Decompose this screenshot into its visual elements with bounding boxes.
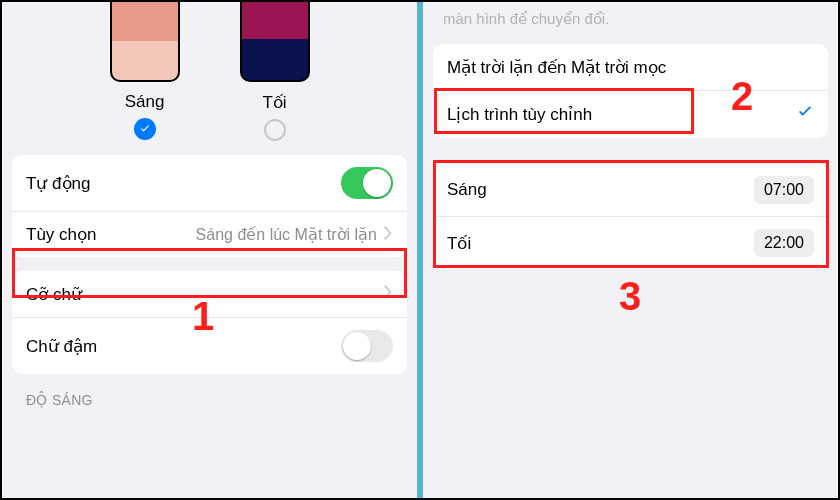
schedule-group: Mặt trời lặn đến Mặt trời mọc Lịch trình…	[433, 44, 828, 138]
bold-text-label: Chữ đậm	[26, 336, 97, 357]
dark-label: Tối	[262, 92, 286, 113]
light-phone-preview: 05:41	[110, 2, 180, 82]
light-time-row[interactable]: Sáng 07:00	[433, 164, 828, 216]
sunset-label: Mặt trời lặn đến Mặt trời mọc	[447, 57, 666, 78]
custom-schedule-label: Lịch trình tùy chỉnh	[447, 104, 592, 125]
automatic-row: Tự động	[12, 155, 407, 211]
dark-phone-preview: 05:41	[240, 2, 310, 82]
options-row[interactable]: Tùy chọn Sáng đến lúc Mặt trời lặn	[12, 211, 407, 257]
light-radio-selected[interactable]	[134, 118, 156, 140]
light-preview-column[interactable]: 05:41 Sáng	[110, 2, 180, 141]
options-value: Sáng đến lúc Mặt trời lặn	[96, 225, 377, 244]
light-label: Sáng	[125, 92, 165, 112]
schedule-settings-pane: màn hình để chuyển đổi. Mặt trời lặn đến…	[423, 2, 838, 498]
light-time-label: Sáng	[447, 180, 487, 200]
display-settings-pane: 05:41 Sáng 05:41 Tối Tự động Tùy chọn Sá…	[2, 2, 417, 498]
checkmark-icon	[796, 103, 814, 126]
dark-time-row[interactable]: Tối 22:00	[433, 216, 828, 269]
check-icon	[139, 123, 151, 135]
brightness-section-title: ĐỘ SÁNG	[2, 374, 417, 412]
text-size-row[interactable]: Cỡ chữ	[12, 271, 407, 317]
text-group: Cỡ chữ Chữ đậm	[12, 271, 407, 374]
bold-text-row: Chữ đậm	[12, 317, 407, 374]
dark-time-value[interactable]: 22:00	[754, 229, 814, 257]
truncated-helper-text: màn hình để chuyển đổi.	[423, 2, 838, 28]
sunset-to-sunrise-row[interactable]: Mặt trời lặn đến Mặt trời mọc	[433, 44, 828, 90]
automatic-toggle[interactable]	[341, 167, 393, 199]
light-time-value[interactable]: 07:00	[754, 176, 814, 204]
text-size-label: Cỡ chữ	[26, 284, 82, 305]
annotation-number-3: 3	[619, 274, 641, 319]
appearance-previews: 05:41 Sáng 05:41 Tối	[2, 2, 417, 141]
automatic-label: Tự động	[26, 173, 90, 194]
times-group: Sáng 07:00 Tối 22:00	[433, 164, 828, 269]
dark-preview-column[interactable]: 05:41 Tối	[240, 2, 310, 141]
dark-radio-unselected[interactable]	[264, 119, 286, 141]
dark-time-label: Tối	[447, 233, 471, 254]
automatic-group: Tự động Tùy chọn Sáng đến lúc Mặt trời l…	[12, 155, 407, 257]
bold-text-toggle[interactable]	[341, 330, 393, 362]
custom-schedule-row[interactable]: Lịch trình tùy chỉnh	[433, 90, 828, 138]
options-label: Tùy chọn	[26, 224, 96, 245]
chevron-right-icon	[383, 225, 393, 245]
chevron-right-icon	[383, 284, 393, 304]
